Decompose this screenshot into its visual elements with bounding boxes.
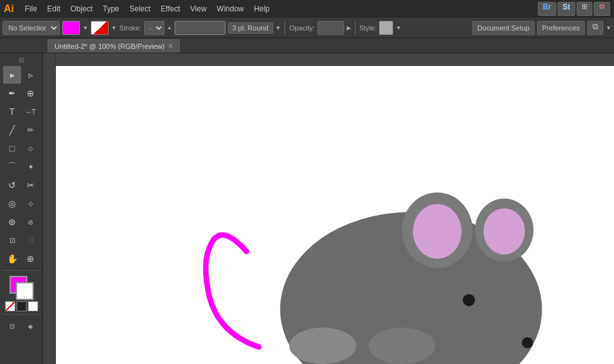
document-tab[interactable]: Untitled-2* @ 100% (RGB/Preview) ×: [48, 39, 180, 53]
add-anchor-tool[interactable]: ⊕: [22, 84, 39, 102]
blob-brush-tool[interactable]: ✦: [22, 158, 39, 176]
document-setup-button[interactable]: Document Setup: [472, 21, 535, 35]
tool-row-10: ⊡ ∷: [3, 231, 39, 249]
stroke-value-input[interactable]: [175, 21, 225, 35]
mesh-tool[interactable]: ⊹: [22, 195, 39, 212]
tab-close-button[interactable]: ×: [168, 42, 173, 51]
canvas-area[interactable]: [43, 53, 614, 364]
tool-row-11: ✋ ⊕: [3, 250, 39, 268]
selection-dropdown[interactable]: No Selection: [3, 21, 60, 35]
tool-row-4: ╱ ✏: [3, 121, 39, 139]
svg-point-6: [368, 327, 436, 364]
black-swatch[interactable]: [17, 301, 27, 311]
tab-title: Untitled-2* @ 100% (RGB/Preview): [55, 42, 164, 50]
tool-row-2: ✒ ⊕: [3, 84, 39, 102]
tool-row-9: ⊛ ⊘: [3, 213, 39, 231]
tool-row-extra: ⊡ ◈: [3, 317, 39, 335]
arrange-dropdown-arrow[interactable]: ▼: [606, 25, 611, 31]
preferences-button[interactable]: Preferences: [537, 21, 585, 35]
menu-select[interactable]: Select: [125, 3, 155, 15]
zoom-tool[interactable]: ⊕: [22, 250, 39, 268]
opacity-label: Opacity:: [289, 24, 314, 32]
stock-button[interactable]: St: [557, 2, 575, 16]
svg-point-8: [522, 337, 533, 348]
ruler-left: [43, 53, 56, 364]
draw-mode-button[interactable]: ◈: [22, 317, 39, 335]
menu-file[interactable]: File: [20, 3, 41, 15]
hand-tool[interactable]: ✋: [3, 250, 21, 268]
menu-effect[interactable]: Effect: [156, 3, 184, 15]
ruler-top: [56, 53, 614, 66]
column-graph-tool[interactable]: ⊘: [22, 213, 39, 231]
svg-point-5: [290, 327, 357, 364]
scissors-tool[interactable]: ✂: [22, 176, 39, 194]
menu-type[interactable]: Type: [98, 3, 124, 15]
bridge-button[interactable]: Br: [538, 2, 556, 16]
menu-view[interactable]: View: [186, 3, 211, 15]
line-tool[interactable]: ╱: [3, 121, 21, 139]
swatch-container: [10, 276, 34, 300]
type-tool[interactable]: T: [3, 103, 21, 120]
mouse-illustration: [56, 66, 614, 364]
artboard-tool[interactable]: ⊡: [3, 231, 21, 249]
stroke-up-arrow[interactable]: ▲: [167, 25, 172, 30]
blend-tool[interactable]: ◎: [3, 195, 21, 212]
swatch-row-bottom: [5, 301, 38, 311]
tool-row-5: □ ○: [3, 140, 39, 157]
tool-row-8: ◎ ⊹: [3, 195, 39, 212]
tool-row-1: ▸ ▹: [3, 66, 39, 84]
separator-2: [355, 21, 356, 35]
rotate-tool[interactable]: ↺: [3, 176, 21, 194]
search-bridge-button[interactable]: ⚙: [594, 2, 610, 16]
tab-bar: Untitled-2* @ 100% (RGB/Preview) ×: [0, 38, 614, 53]
change-screen-mode-button[interactable]: ⊡: [3, 317, 21, 335]
ruler-corner: [19, 58, 24, 63]
menu-object[interactable]: Object: [66, 3, 97, 15]
workspace-switcher[interactable]: ⊞: [577, 2, 592, 16]
tool-divider-1: [3, 270, 41, 271]
style-swatch[interactable]: [379, 21, 393, 35]
paintbrush-tool[interactable]: ⌒: [3, 158, 21, 176]
selection-tool[interactable]: ▸: [3, 66, 21, 84]
pencil-tool[interactable]: ✏: [22, 121, 39, 139]
opacity-input[interactable]: 100%: [317, 21, 344, 35]
symbol-sprayer-tool[interactable]: ⊛: [3, 213, 21, 231]
menu-bar: Ai File Edit Object Type Select Effect V…: [0, 0, 614, 18]
canvas-background[interactable]: [56, 66, 614, 364]
color-swatches: [5, 276, 38, 311]
fill-dropdown-arrow[interactable]: ▼: [83, 25, 88, 31]
svg-point-2: [413, 204, 462, 259]
none-swatch[interactable]: [5, 301, 15, 311]
opacity-expand-arrow[interactable]: ▶: [347, 25, 351, 31]
fill-color-swatch[interactable]: [62, 21, 80, 35]
stroke-size-dropdown-arrow[interactable]: ▼: [276, 25, 281, 31]
slice-tool[interactable]: ∷: [22, 231, 39, 249]
tool-row-6: ⌒ ✦: [3, 158, 39, 176]
touch-type-tool[interactable]: ↔T: [22, 103, 39, 120]
menu-edit[interactable]: Edit: [43, 3, 65, 15]
separator-1: [284, 21, 285, 35]
stroke-size-label: 3 pt. Round: [228, 22, 273, 34]
tool-row-3: T ↔T: [3, 103, 39, 120]
arrange-documents-icon[interactable]: ⧉: [587, 21, 603, 35]
ellipse-tool[interactable]: ○: [22, 140, 39, 157]
menu-help[interactable]: Help: [250, 3, 274, 15]
svg-point-4: [484, 208, 525, 254]
stroke-dropdown-arrow[interactable]: ▼: [111, 25, 117, 31]
ai-logo: Ai: [4, 3, 14, 15]
svg-point-7: [463, 294, 475, 306]
stroke-label: Stroke:: [119, 24, 142, 32]
tool-row-7: ↺ ✂: [3, 176, 39, 194]
stroke-weight-dropdown[interactable]: —: [144, 21, 164, 35]
style-dropdown-arrow[interactable]: ▼: [396, 25, 401, 31]
rectangle-tool[interactable]: □: [3, 140, 21, 157]
background-swatch[interactable]: [16, 282, 34, 300]
toolbar: No Selection ▼ ▼ Stroke: — ▲ 3 pt. Round…: [0, 18, 614, 38]
style-label: Style:: [359, 24, 377, 32]
pen-tool[interactable]: ✒: [3, 84, 21, 102]
white-swatch[interactable]: [28, 301, 38, 311]
direct-selection-tool[interactable]: ▹: [22, 66, 39, 84]
main-area: ▸ ▹ ✒ ⊕ T ↔T ╱ ✏ □ ○ ⌒ ✦ ↺ ✂ ◎ ⊹: [0, 53, 614, 364]
stroke-color-swatch[interactable]: [91, 21, 109, 35]
menu-window[interactable]: Window: [212, 3, 248, 15]
